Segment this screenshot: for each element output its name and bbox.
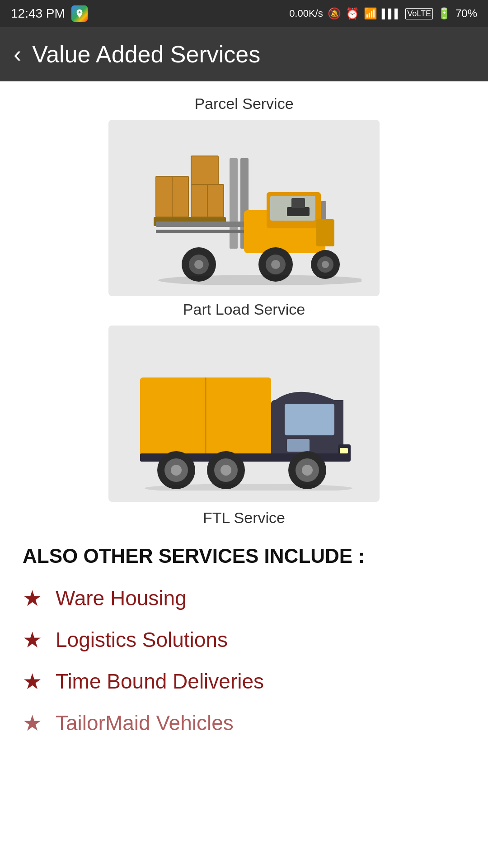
svg-rect-37 <box>340 448 348 453</box>
wifi-icon: 📶 <box>364 7 377 20</box>
battery-icon: 🔋 <box>437 7 451 20</box>
mute-icon: 🔕 <box>328 7 341 20</box>
svg-point-22 <box>194 260 203 269</box>
part-load-service-section: Part Load Service <box>18 301 470 502</box>
page-title: Value Added Services <box>32 41 260 68</box>
app-header: ‹ Value Added Services <box>0 27 488 81</box>
maps-icon <box>71 5 88 22</box>
status-time: 12:43 PM <box>11 6 65 21</box>
parcel-service-image <box>108 120 380 296</box>
service-warehousing: Ware Housing <box>56 586 187 610</box>
svg-point-43 <box>221 465 231 476</box>
service-logistics: Logistics Solutions <box>56 627 228 652</box>
main-content: Parcel Service <box>0 81 488 754</box>
signal-icon: ▌▌▌ <box>382 9 401 19</box>
lte-icon: VoLTE <box>405 8 433 19</box>
back-button[interactable]: ‹ <box>14 42 21 66</box>
other-services-list: ★ Ware Housing ★ Logistics Solutions ★ T… <box>23 585 465 736</box>
svg-point-46 <box>302 465 313 476</box>
service-time-bound: Time Bound Deliveries <box>56 669 264 693</box>
svg-rect-7 <box>191 156 218 184</box>
part-load-service-image <box>108 326 380 502</box>
truck-svg <box>127 337 361 491</box>
other-services-section: ALSO OTHER SERVICES INCLUDE : ★ Ware Hou… <box>18 545 470 736</box>
star-icon-2: ★ <box>23 627 42 652</box>
parcel-service-section: Parcel Service <box>18 95 470 296</box>
svg-rect-32 <box>285 404 334 435</box>
svg-rect-16 <box>287 207 310 216</box>
svg-rect-9 <box>230 158 238 249</box>
star-icon-1: ★ <box>23 585 42 611</box>
star-icon-3: ★ <box>23 669 42 694</box>
svg-rect-18 <box>316 219 334 246</box>
network-speed: 0.00K/s <box>289 8 323 19</box>
status-bar: 12:43 PM 0.00K/s 🔕 ⏰ 📶 ▌▌▌ VoLTE 🔋 70% <box>0 0 488 27</box>
svg-rect-19 <box>321 201 326 219</box>
service-tailormaid: TailorMaid Vehicles <box>56 711 234 735</box>
svg-rect-11 <box>156 222 246 227</box>
svg-rect-17 <box>291 198 305 208</box>
svg-point-28 <box>322 261 329 268</box>
svg-rect-12 <box>156 230 246 233</box>
svg-point-40 <box>171 465 182 476</box>
other-services-title: ALSO OTHER SERVICES INCLUDE : <box>23 545 465 567</box>
forklift-svg <box>127 131 361 285</box>
star-icon-4: ★ <box>23 710 42 736</box>
part-load-service-label: Part Load Service <box>18 301 470 318</box>
alarm-icon: ⏰ <box>346 7 359 20</box>
list-item: ★ Time Bound Deliveries <box>23 669 465 694</box>
list-item: ★ TailorMaid Vehicles <box>23 710 465 736</box>
svg-rect-33 <box>287 439 310 452</box>
battery-percent: 70% <box>455 7 477 20</box>
ftl-service-label: FTL Service <box>18 509 470 527</box>
status-icons: 0.00K/s 🔕 ⏰ 📶 ▌▌▌ VoLTE 🔋 70% <box>289 7 477 20</box>
svg-point-25 <box>271 260 280 269</box>
list-item: ★ Logistics Solutions <box>23 627 465 652</box>
list-item: ★ Ware Housing <box>23 585 465 611</box>
parcel-service-label: Parcel Service <box>18 95 470 113</box>
